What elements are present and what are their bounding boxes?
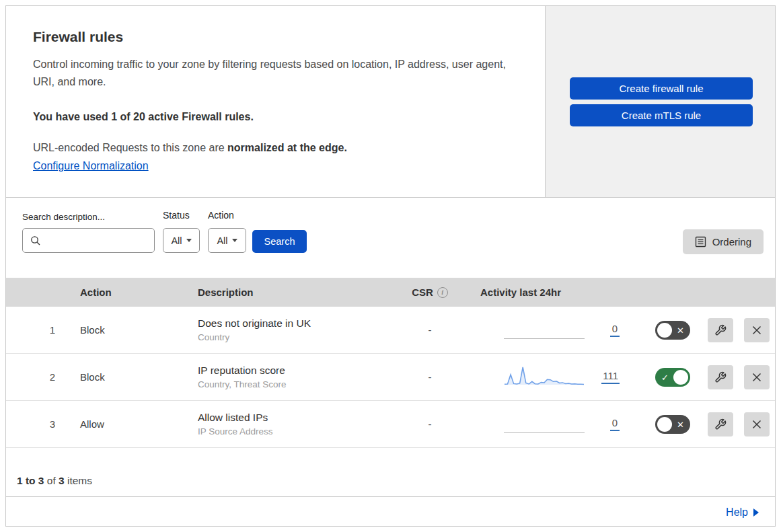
chevron-down-icon xyxy=(186,239,192,242)
action-dropdown[interactable]: All xyxy=(208,228,246,253)
edit-rule-button[interactable] xyxy=(708,365,733,389)
help-footer: Help xyxy=(6,497,775,527)
rule-csr: - xyxy=(393,418,467,430)
rule-description-cell: Allow listed IPs IP Source Address xyxy=(198,412,393,436)
activity-count-link[interactable]: 0 xyxy=(610,323,620,337)
caret-right-icon xyxy=(753,508,759,517)
normalization-note-bold: normalized at the edge. xyxy=(227,142,347,153)
ordering-list-icon xyxy=(695,236,706,248)
search-input[interactable] xyxy=(46,235,154,246)
delete-rule-button[interactable] xyxy=(744,365,770,389)
wrench-icon xyxy=(714,324,727,336)
x-icon: ✕ xyxy=(677,420,684,428)
rule-criteria: IP Source Address xyxy=(198,426,393,436)
chevron-down-icon xyxy=(232,239,237,242)
rule-controls: ✓ ✕ xyxy=(628,412,775,436)
rule-criteria: Country, Threat Score xyxy=(198,379,393,389)
rule-csr: - xyxy=(393,371,467,383)
rule-csr: - xyxy=(393,324,467,336)
check-icon: ✓ xyxy=(661,373,669,381)
close-icon xyxy=(751,325,762,336)
col-activity: Activity last 24hr xyxy=(467,287,628,298)
rule-action: Block xyxy=(80,371,198,383)
toggle-knob xyxy=(657,417,672,432)
toggle-knob xyxy=(673,370,688,385)
col-csr: CSR i xyxy=(393,287,467,298)
rule-enabled-toggle[interactable]: ✓ ✕ xyxy=(655,415,690,434)
configure-normalization-link[interactable]: Configure Normalization xyxy=(33,160,149,172)
close-icon xyxy=(751,372,762,383)
close-icon xyxy=(751,419,762,430)
table-row: 1 Block Does not originate in UK Country… xyxy=(6,307,775,354)
activity-sparkline xyxy=(504,412,585,437)
create-mtls-rule-button[interactable]: Create mTLS rule xyxy=(570,104,753,126)
search-input-wrapper xyxy=(22,228,155,253)
edit-rule-button[interactable] xyxy=(708,412,733,436)
rule-controls: ✓ ✕ xyxy=(628,318,775,342)
col-csr-label: CSR xyxy=(412,287,433,298)
rule-priority: 3 xyxy=(6,418,80,430)
normalization-note-text: URL-encoded Requests to this zone are xyxy=(33,142,227,153)
rule-description-cell: IP reputation score Country, Threat Scor… xyxy=(198,365,393,389)
edit-rule-button[interactable] xyxy=(708,318,733,342)
items-text: items xyxy=(65,475,92,486)
rule-enabled-toggle[interactable]: ✓ ✕ xyxy=(655,321,690,340)
table-row: 3 Allow Allow listed IPs IP Source Addre… xyxy=(6,401,775,448)
actions-panel: Create firewall rule Create mTLS rule xyxy=(545,6,775,197)
status-dropdown-value: All xyxy=(171,235,182,246)
activity-count-link[interactable]: 111 xyxy=(601,370,620,384)
usage-summary: You have used 1 of 20 active Firewall ru… xyxy=(33,111,518,123)
wrench-icon xyxy=(714,371,727,383)
x-icon: ✕ xyxy=(677,326,684,334)
rule-activity-cell: 111 xyxy=(467,365,628,390)
rule-description: IP reputation score xyxy=(198,365,393,377)
rule-controls: ✓ ✕ xyxy=(628,365,775,389)
rule-description-cell: Does not originate in UK Country xyxy=(198,317,393,342)
firewall-rules-card: Firewall rules Control incoming traffic … xyxy=(5,5,776,527)
ordering-button-label: Ordering xyxy=(712,236,751,248)
table-row: 2 Block IP reputation score Country, Thr… xyxy=(6,354,775,401)
search-label: Search description... xyxy=(22,212,105,222)
help-link[interactable]: Help xyxy=(726,506,759,519)
rule-description: Does not originate in UK xyxy=(198,317,393,330)
page-description: Control incoming traffic to your zone by… xyxy=(33,56,518,91)
rule-criteria: Country xyxy=(198,332,393,342)
page-header-text: Firewall rules Control incoming traffic … xyxy=(6,6,545,197)
rule-description: Allow listed IPs xyxy=(198,412,393,424)
pagination-summary: 1 to 3 of 3 items xyxy=(6,448,775,497)
rule-action: Allow xyxy=(80,418,198,430)
delete-rule-button[interactable] xyxy=(744,412,770,436)
items-range: 1 to 3 xyxy=(17,475,44,486)
info-icon[interactable]: i xyxy=(437,287,448,298)
normalization-note: URL-encoded Requests to this zone are no… xyxy=(33,142,518,154)
rule-priority: 1 xyxy=(6,324,80,336)
action-dropdown-value: All xyxy=(217,235,227,246)
rule-priority: 2 xyxy=(6,371,80,383)
create-firewall-rule-button[interactable]: Create firewall rule xyxy=(570,77,753,100)
help-link-label: Help xyxy=(726,506,748,519)
activity-sparkline xyxy=(504,365,585,390)
activity-sparkline xyxy=(504,317,585,343)
activity-count-link[interactable]: 0 xyxy=(610,417,620,431)
filter-bar: Search description... Status Action All … xyxy=(6,198,775,278)
wrench-icon xyxy=(714,418,727,430)
of-text: of xyxy=(44,475,59,486)
toggle-knob xyxy=(657,323,672,338)
ordering-button[interactable]: Ordering xyxy=(683,229,764,254)
search-icon xyxy=(30,235,41,246)
col-description: Description xyxy=(198,287,393,298)
page-title: Firewall rules xyxy=(33,29,518,45)
status-dropdown[interactable]: All xyxy=(163,228,200,253)
action-label: Action xyxy=(208,210,234,221)
page-header: Firewall rules Control incoming traffic … xyxy=(6,6,775,198)
delete-rule-button[interactable] xyxy=(744,318,770,342)
search-button[interactable]: Search xyxy=(252,230,307,253)
rule-action: Block xyxy=(80,324,198,336)
table-header: Action Description CSR i Activity last 2… xyxy=(6,278,775,307)
rule-activity-cell: 0 xyxy=(467,412,628,437)
col-action: Action xyxy=(80,287,198,298)
rule-enabled-toggle[interactable]: ✓ ✕ xyxy=(655,368,690,387)
status-label: Status xyxy=(163,210,190,221)
items-total: 3 xyxy=(59,475,65,486)
rule-activity-cell: 0 xyxy=(467,317,628,343)
